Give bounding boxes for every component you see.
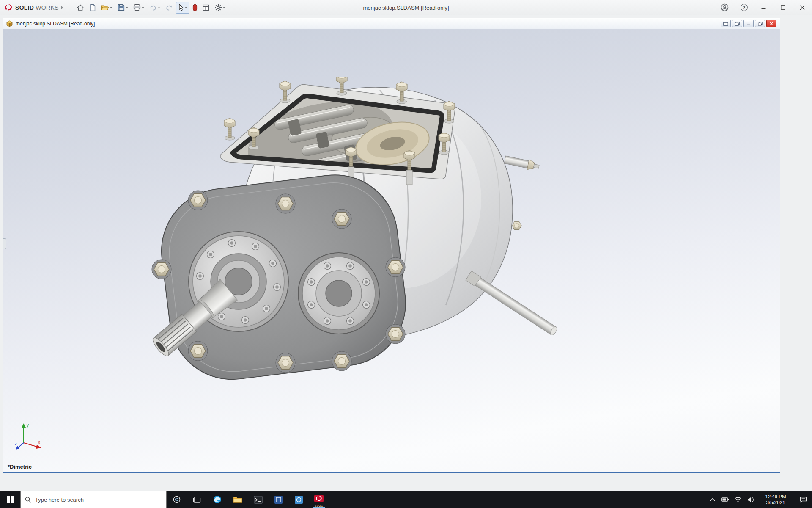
select-dropdown-caret[interactable] bbox=[185, 7, 187, 8]
view-orientation-label: *Dimetric bbox=[8, 464, 32, 470]
doc-minimize-button[interactable] bbox=[743, 20, 754, 27]
save-icon bbox=[118, 4, 125, 11]
print-dropdown-caret[interactable] bbox=[142, 7, 144, 8]
brand-works-text: WORKS bbox=[36, 4, 58, 11]
close-button[interactable] bbox=[793, 0, 812, 15]
save-dropdown-caret[interactable] bbox=[126, 7, 128, 8]
doc-close-button[interactable] bbox=[766, 20, 776, 27]
graphics-viewport[interactable]: y x z *Dimetric bbox=[3, 29, 780, 472]
minimize-button[interactable] bbox=[754, 0, 773, 15]
taskbar-search[interactable] bbox=[20, 491, 167, 508]
undo-dropdown-caret[interactable] bbox=[158, 7, 160, 8]
taskbar-app-lightblue[interactable] bbox=[288, 491, 309, 508]
select-tool-button[interactable] bbox=[176, 2, 189, 14]
window-cascade-icon bbox=[735, 22, 740, 26]
assembly-icon bbox=[6, 20, 13, 27]
lightblue-app-icon bbox=[294, 495, 303, 504]
task-view-icon bbox=[193, 496, 201, 504]
task-view-button[interactable] bbox=[187, 491, 207, 508]
taskbar-app-solidworks[interactable]: 2021 bbox=[309, 491, 329, 508]
document-titlebar[interactable]: menjac sklop.SLDASM [Read-only] bbox=[3, 18, 780, 29]
doc-close-icon bbox=[769, 22, 774, 26]
minimize-icon bbox=[761, 5, 766, 10]
search-icon bbox=[25, 497, 31, 503]
brand-solid-text: SOLID bbox=[15, 4, 34, 11]
clock-date: 3/5/2021 bbox=[758, 500, 793, 505]
select-arrow-icon bbox=[178, 4, 184, 11]
solidworks-taskbar-icon bbox=[314, 495, 324, 504]
new-document-button[interactable] bbox=[87, 2, 98, 14]
taskbar-app-terminal[interactable] bbox=[248, 491, 268, 508]
print-button[interactable] bbox=[131, 2, 146, 14]
mouse-gestures-button[interactable] bbox=[190, 2, 200, 14]
doc-new-window-button[interactable] bbox=[721, 20, 731, 27]
open-button[interactable] bbox=[99, 2, 115, 14]
account-button[interactable] bbox=[715, 0, 734, 15]
terminal-icon bbox=[254, 496, 263, 504]
doc-restore-icon bbox=[758, 22, 763, 26]
cortana-button[interactable] bbox=[167, 491, 187, 508]
search-input[interactable] bbox=[35, 497, 149, 503]
account-icon bbox=[721, 3, 729, 11]
action-center-icon bbox=[800, 497, 807, 503]
help-icon: ? bbox=[741, 4, 748, 11]
app-titlebar: SOLIDWORKS bbox=[0, 0, 812, 15]
screen: SOLIDWORKS bbox=[0, 0, 812, 508]
cortana-icon bbox=[173, 495, 181, 504]
taskbar: 2021 bbox=[0, 491, 812, 508]
new-document-icon bbox=[89, 4, 96, 11]
options-gear-icon bbox=[214, 4, 222, 11]
doc-minimize-icon bbox=[746, 22, 751, 25]
taskbar-app-blue[interactable] bbox=[268, 491, 288, 508]
options-button[interactable] bbox=[212, 2, 228, 14]
triad-x-label: x bbox=[38, 440, 40, 444]
volume-icon bbox=[747, 497, 754, 502]
windows-start-icon bbox=[7, 496, 14, 503]
maximize-button[interactable] bbox=[773, 0, 793, 15]
tray-network-button[interactable] bbox=[732, 491, 744, 508]
redo-button[interactable] bbox=[163, 2, 175, 14]
open-dropdown-caret[interactable] bbox=[110, 7, 112, 8]
chevron-up-icon bbox=[710, 498, 715, 501]
save-button[interactable] bbox=[115, 2, 130, 14]
brand-expand-arrow-icon[interactable] bbox=[61, 6, 63, 9]
quick-access-toolbar bbox=[74, 2, 228, 14]
open-folder-icon bbox=[101, 4, 109, 11]
redo-icon bbox=[165, 4, 173, 11]
rear-stub-shaft[interactable] bbox=[504, 155, 540, 172]
taskbar-app-edge[interactable] bbox=[207, 491, 228, 508]
file-properties-button[interactable] bbox=[200, 2, 211, 14]
battery-icon bbox=[721, 497, 729, 502]
start-button[interactable] bbox=[0, 491, 20, 508]
undo-button[interactable] bbox=[147, 2, 162, 14]
solidworks-ds-icon bbox=[4, 3, 14, 12]
system-tray: 12:49 PM 3/5/2021 bbox=[706, 491, 812, 508]
home-button[interactable] bbox=[74, 2, 86, 14]
document-window: menjac sklop.SLDASM [Read-only] bbox=[3, 18, 780, 473]
document-window-controls bbox=[721, 20, 778, 27]
doc-restore-button[interactable] bbox=[755, 20, 765, 27]
options-dropdown-caret[interactable] bbox=[223, 7, 225, 8]
solidworks-year-badge: 2021 bbox=[309, 504, 329, 508]
output-shaft[interactable] bbox=[466, 271, 559, 337]
featuremanager-splitter-handle[interactable] bbox=[3, 238, 6, 249]
tray-chevron-button[interactable] bbox=[706, 491, 719, 508]
taskbar-clock[interactable]: 12:49 PM 3/5/2021 bbox=[757, 494, 794, 505]
triad-z-label: z bbox=[15, 442, 17, 446]
tray-battery-button[interactable] bbox=[719, 491, 732, 508]
workspace: menjac sklop.SLDASM [Read-only] bbox=[0, 15, 812, 491]
action-center-button[interactable] bbox=[794, 491, 812, 508]
edge-icon bbox=[213, 495, 222, 504]
doc-cascade-button[interactable] bbox=[732, 20, 742, 27]
side-cover[interactable] bbox=[298, 253, 379, 334]
undo-icon bbox=[149, 4, 157, 11]
file-properties-icon bbox=[203, 4, 209, 11]
triad-y-label: y bbox=[27, 423, 29, 428]
network-wifi-icon bbox=[735, 497, 741, 502]
solidworks-logo[interactable]: SOLIDWORKS bbox=[0, 3, 67, 12]
taskbar-app-file-explorer[interactable] bbox=[228, 491, 248, 508]
tray-volume-button[interactable] bbox=[744, 491, 757, 508]
help-button[interactable]: ? bbox=[734, 0, 754, 15]
window-controls: ? bbox=[715, 0, 812, 15]
gearbox-model[interactable] bbox=[143, 77, 566, 382]
